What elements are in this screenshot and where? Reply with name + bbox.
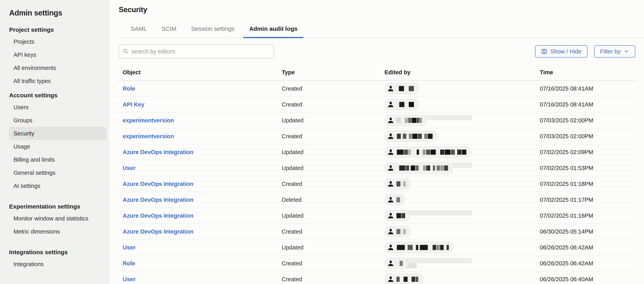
time-cell: 06/26/2025 06:40AM — [534, 276, 636, 282]
sidebar-item-ai-settings[interactable]: AI settings — [9, 179, 106, 192]
time-cell: 07/02/2025 01:17PM — [534, 196, 636, 203]
redacted-name-block — [409, 134, 412, 139]
type-cell: Created — [276, 86, 379, 92]
redacted-name-block — [412, 118, 416, 123]
object-link-azure-devops-integration[interactable]: Azure DevOps Integration — [123, 149, 193, 155]
type-cell: Deleted — [276, 196, 379, 203]
redacted-name-block — [402, 213, 405, 218]
time-cell: 06/26/2025 06:42AM — [534, 244, 636, 251]
sidebar-item-security[interactable]: Security — [9, 127, 106, 140]
redacted-name-block — [457, 150, 462, 155]
column-header-time: Time — [534, 66, 636, 80]
search-input[interactable] — [131, 48, 270, 55]
sidebar-group-header-integrations-settings: Integrations settings — [9, 249, 110, 256]
person-icon — [387, 228, 394, 235]
tab-admin-audit-logs[interactable]: Admin audit logs — [243, 26, 303, 38]
type-cell: Created — [276, 133, 379, 140]
column-header-object: Object — [117, 66, 276, 80]
editor-pill — [384, 146, 472, 158]
table-row: UserUpdated06/26/2025 06:42AM — [117, 240, 636, 256]
editor-pill — [384, 162, 453, 174]
editor-pill — [384, 99, 419, 110]
time-cell: 07/16/2025 08:41AM — [534, 101, 636, 108]
object-link-azure-devops-integration[interactable]: Azure DevOps Integration — [123, 212, 193, 219]
table-body: RoleCreated07/16/2025 08:41AMAPI KeyCrea… — [117, 81, 636, 284]
sidebar-item-general-settings[interactable]: General settings — [9, 166, 106, 179]
sidebar-divider — [6, 243, 99, 244]
person-icon — [387, 133, 394, 140]
object-link-azure-devops-integration[interactable]: Azure DevOps Integration — [123, 228, 193, 235]
time-cell: 06/26/2025 06:42AM — [534, 260, 636, 267]
time-cell: 07/03/2025 02:00PM — [534, 133, 636, 140]
tab-saml[interactable]: SAML — [125, 26, 153, 38]
table-row: Azure DevOps IntegrationUpdated07/02/202… — [117, 208, 636, 224]
object-link-user[interactable]: User — [123, 244, 136, 251]
time-cell: 07/02/2025 01:18PM — [534, 181, 636, 187]
tab-scim[interactable]: SCIM — [156, 26, 182, 38]
sidebar-item-api-keys[interactable]: API keys — [9, 48, 106, 61]
edited-by-cell — [379, 144, 534, 160]
tab-bar: SAMLSCIMSession settingsAdmin audit logs — [117, 26, 644, 38]
sidebar-item-projects[interactable]: Projects — [9, 35, 106, 48]
object-link-role[interactable]: Role — [123, 86, 135, 92]
redacted-name-block — [446, 245, 449, 250]
sidebar-item-integrations[interactable]: Integrations — [9, 258, 106, 271]
editor-pill — [384, 226, 411, 237]
show-hide-columns-button[interactable]: Show / Hide — [535, 45, 588, 58]
object-link-azure-devops-integration[interactable]: Azure DevOps Integration — [123, 181, 193, 187]
redacted-name-block — [420, 245, 428, 250]
object-link-user[interactable]: User — [123, 276, 136, 282]
redacted-name-block — [396, 229, 400, 234]
main-content: Security SAMLSCIMSession settingsAdmin a… — [110, 0, 644, 284]
sidebar-groups: Project settingsProjectsAPI keysAll envi… — [0, 26, 110, 271]
sidebar-item-billing-and-limits[interactable]: Billing and limits — [9, 153, 106, 166]
object-link-api-key[interactable]: API Key — [123, 101, 144, 108]
person-icon — [387, 85, 394, 92]
time-cell: 07/02/2025 01:16PM — [534, 212, 636, 219]
tab-session-settings[interactable]: Session settings — [185, 26, 240, 38]
object-link-experimentversion[interactable]: experimentversion — [123, 133, 174, 140]
table-row: Azure DevOps IntegrationUpdated07/02/202… — [117, 144, 636, 160]
redacted-name-block — [399, 102, 404, 107]
sidebar-item-metric-dimensions[interactable]: Metric dimensions — [9, 225, 106, 238]
object-cell: Azure DevOps Integration — [117, 149, 276, 156]
sidebar-item-users[interactable]: Users — [9, 101, 106, 114]
search-box[interactable] — [119, 44, 274, 58]
chevron-down-icon — [624, 49, 629, 54]
filter-by-label: Filter by — [600, 48, 620, 55]
table-row: UserCreated06/26/2025 06:40AM — [117, 272, 636, 284]
sidebar-item-monitor-window-and-statistics[interactable]: Monitor window and statistics — [9, 212, 106, 225]
sidebar-item-all-traffic-types[interactable]: All traffic types — [9, 74, 106, 88]
redacted-name-block — [440, 150, 444, 155]
sidebar-item-usage[interactable]: Usage — [9, 140, 106, 153]
redacted-name-block — [436, 245, 440, 250]
sidebar-item-groups[interactable]: Groups — [9, 114, 106, 127]
redacted-name-block — [404, 150, 408, 155]
admin-settings-app: Admin settings Project settingsProjectsA… — [0, 0, 644, 284]
sidebar-group-header-experimentation-settings: Experimentation settings — [9, 203, 110, 210]
redacted-name-block — [396, 277, 400, 282]
edited-by-cell — [379, 112, 534, 128]
redacted-name-block — [397, 134, 401, 139]
editor-pill — [384, 242, 454, 253]
redacted-name-block — [406, 166, 409, 170]
toolbar: Show / Hide Filter by — [119, 44, 644, 58]
redacted-name-block — [417, 150, 419, 155]
person-icon — [387, 196, 394, 203]
object-cell: Azure DevOps Integration — [117, 228, 276, 235]
type-cell: Created — [276, 101, 379, 108]
sidebar-item-all-environments[interactable]: All environments — [9, 61, 106, 74]
object-link-role[interactable]: Role — [123, 260, 135, 266]
redacted-name-block — [397, 150, 404, 155]
object-link-user[interactable]: User — [123, 165, 136, 171]
redacted-name-block — [408, 245, 413, 250]
redacted-name-block — [418, 134, 422, 139]
object-link-experimentversion[interactable]: experimentversion — [123, 117, 174, 124]
time-cell: 07/02/2025 02:09PM — [534, 149, 636, 156]
object-cell: User — [117, 165, 276, 172]
redacted-name-block — [403, 134, 406, 139]
object-link-azure-devops-integration[interactable]: Azure DevOps Integration — [123, 196, 193, 203]
type-cell: Updated — [276, 149, 379, 156]
table-row: Azure DevOps IntegrationCreated06/30/202… — [117, 224, 636, 240]
filter-by-button[interactable]: Filter by — [594, 45, 635, 58]
